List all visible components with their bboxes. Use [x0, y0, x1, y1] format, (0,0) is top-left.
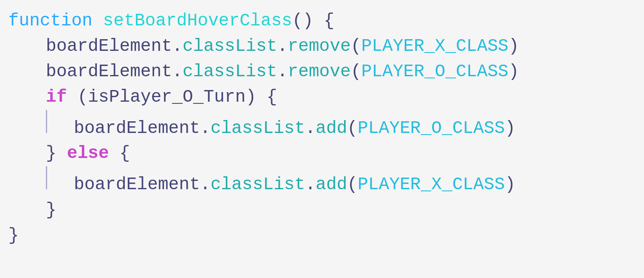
code-line-2: boardElement . classList . remove ( PLAY… — [8, 34, 640, 59]
code-line-1: function setBoardHoverClass () { — [8, 8, 640, 34]
code-block: function setBoardHoverClass () { boardEl… — [0, 0, 644, 278]
code-line-6: } else { — [8, 141, 640, 166]
code-line-5: boardElement . classList . add ( PLAYER_… — [8, 110, 640, 141]
keyword-function: function — [8, 8, 93, 34]
code-line-4: if ( isPlayer_O_Turn ) { — [8, 85, 640, 110]
keyword-else: else — [67, 141, 109, 166]
code-line-3: boardElement . classList . remove ( PLAY… — [8, 59, 640, 85]
code-line-7: boardElement . classList . add ( PLAYER_… — [8, 166, 640, 198]
code-line-8: } — [8, 198, 640, 223]
keyword-if: if — [46, 85, 67, 110]
function-name: setBoardHoverClass — [103, 8, 292, 34]
code-line-9: } — [8, 223, 640, 248]
